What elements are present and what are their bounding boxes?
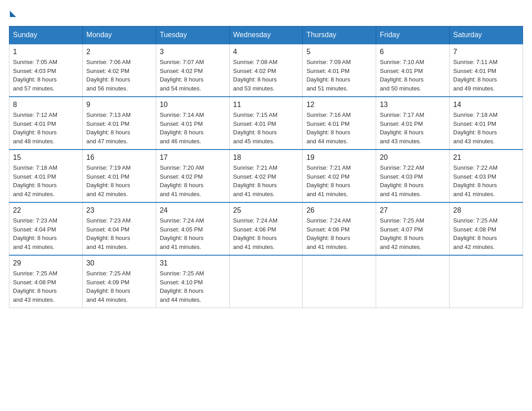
day-info: Sunrise: 7:17 AM Sunset: 4:01 PM Dayligh… bbox=[380, 111, 446, 146]
calendar-cell bbox=[450, 255, 523, 308]
page-header bbox=[9, 9, 523, 17]
day-number: 22 bbox=[13, 206, 79, 214]
day-info: Sunrise: 7:23 AM Sunset: 4:04 PM Dayligh… bbox=[13, 216, 79, 251]
logo bbox=[9, 9, 16, 17]
calendar-cell: 25 Sunrise: 7:24 AM Sunset: 4:06 PM Dayl… bbox=[229, 202, 303, 255]
calendar-cell: 16 Sunrise: 7:19 AM Sunset: 4:01 PM Dayl… bbox=[82, 150, 156, 202]
day-number: 2 bbox=[86, 48, 152, 56]
day-info: Sunrise: 7:08 AM Sunset: 4:02 PM Dayligh… bbox=[233, 58, 299, 93]
day-info: Sunrise: 7:18 AM Sunset: 4:01 PM Dayligh… bbox=[13, 163, 79, 198]
day-info: Sunrise: 7:25 AM Sunset: 4:08 PM Dayligh… bbox=[453, 216, 519, 251]
day-number: 21 bbox=[453, 154, 519, 162]
day-number: 31 bbox=[160, 259, 226, 267]
calendar-cell: 4 Sunrise: 7:08 AM Sunset: 4:02 PM Dayli… bbox=[229, 44, 303, 97]
calendar-cell: 29 Sunrise: 7:25 AM Sunset: 4:08 PM Dayl… bbox=[9, 255, 83, 308]
day-number: 14 bbox=[453, 101, 519, 109]
calendar-cell: 14 Sunrise: 7:18 AM Sunset: 4:01 PM Dayl… bbox=[450, 97, 523, 150]
calendar-cell: 24 Sunrise: 7:24 AM Sunset: 4:05 PM Dayl… bbox=[156, 202, 229, 255]
day-number: 24 bbox=[160, 206, 226, 214]
day-number: 10 bbox=[160, 101, 226, 109]
calendar-cell: 20 Sunrise: 7:22 AM Sunset: 4:03 PM Dayl… bbox=[376, 150, 450, 202]
day-info: Sunrise: 7:25 AM Sunset: 4:07 PM Dayligh… bbox=[380, 216, 446, 251]
day-info: Sunrise: 7:24 AM Sunset: 4:06 PM Dayligh… bbox=[233, 216, 299, 251]
day-number: 27 bbox=[380, 206, 446, 214]
calendar-cell: 27 Sunrise: 7:25 AM Sunset: 4:07 PM Dayl… bbox=[376, 202, 450, 255]
day-number: 25 bbox=[233, 206, 299, 214]
day-info: Sunrise: 7:14 AM Sunset: 4:01 PM Dayligh… bbox=[160, 111, 226, 146]
day-info: Sunrise: 7:07 AM Sunset: 4:02 PM Dayligh… bbox=[160, 58, 226, 93]
weekday-header-monday: Monday bbox=[82, 26, 156, 44]
calendar-cell: 19 Sunrise: 7:21 AM Sunset: 4:02 PM Dayl… bbox=[303, 150, 376, 202]
day-info: Sunrise: 7:06 AM Sunset: 4:02 PM Dayligh… bbox=[86, 58, 152, 93]
calendar-cell bbox=[376, 255, 450, 308]
day-number: 16 bbox=[86, 154, 152, 162]
day-number: 30 bbox=[86, 259, 152, 267]
calendar-cell: 2 Sunrise: 7:06 AM Sunset: 4:02 PM Dayli… bbox=[82, 44, 156, 97]
weekday-header-friday: Friday bbox=[376, 26, 450, 44]
calendar-cell: 21 Sunrise: 7:22 AM Sunset: 4:03 PM Dayl… bbox=[450, 150, 523, 202]
day-number: 15 bbox=[13, 154, 79, 162]
day-number: 19 bbox=[306, 154, 372, 162]
day-info: Sunrise: 7:25 AM Sunset: 4:09 PM Dayligh… bbox=[86, 269, 152, 304]
day-number: 13 bbox=[380, 101, 446, 109]
calendar-cell: 5 Sunrise: 7:09 AM Sunset: 4:01 PM Dayli… bbox=[303, 44, 376, 97]
day-number: 17 bbox=[160, 154, 226, 162]
day-number: 23 bbox=[86, 206, 152, 214]
calendar-cell bbox=[303, 255, 376, 308]
calendar-cell: 1 Sunrise: 7:05 AM Sunset: 4:03 PM Dayli… bbox=[9, 44, 83, 97]
day-info: Sunrise: 7:12 AM Sunset: 4:01 PM Dayligh… bbox=[13, 111, 79, 146]
calendar-cell: 6 Sunrise: 7:10 AM Sunset: 4:01 PM Dayli… bbox=[376, 44, 450, 97]
week-row-1: 1 Sunrise: 7:05 AM Sunset: 4:03 PM Dayli… bbox=[9, 44, 523, 97]
calendar-cell: 7 Sunrise: 7:11 AM Sunset: 4:01 PM Dayli… bbox=[450, 44, 523, 97]
day-info: Sunrise: 7:20 AM Sunset: 4:02 PM Dayligh… bbox=[160, 163, 226, 198]
day-number: 8 bbox=[13, 101, 79, 109]
logo-triangle-icon bbox=[10, 11, 16, 17]
day-number: 9 bbox=[86, 101, 152, 109]
day-number: 1 bbox=[13, 48, 79, 56]
day-info: Sunrise: 7:25 AM Sunset: 4:08 PM Dayligh… bbox=[13, 269, 79, 304]
day-number: 26 bbox=[306, 206, 372, 214]
week-row-5: 29 Sunrise: 7:25 AM Sunset: 4:08 PM Dayl… bbox=[9, 255, 523, 308]
weekday-header-row: SundayMondayTuesdayWednesdayThursdayFrid… bbox=[9, 26, 523, 44]
week-row-4: 22 Sunrise: 7:23 AM Sunset: 4:04 PM Dayl… bbox=[9, 202, 523, 255]
week-row-3: 15 Sunrise: 7:18 AM Sunset: 4:01 PM Dayl… bbox=[9, 150, 523, 202]
calendar-cell: 11 Sunrise: 7:15 AM Sunset: 4:01 PM Dayl… bbox=[229, 97, 303, 150]
day-info: Sunrise: 7:22 AM Sunset: 4:03 PM Dayligh… bbox=[453, 163, 519, 198]
day-number: 11 bbox=[233, 101, 299, 109]
day-info: Sunrise: 7:18 AM Sunset: 4:01 PM Dayligh… bbox=[453, 111, 519, 146]
day-number: 7 bbox=[453, 48, 519, 56]
day-info: Sunrise: 7:11 AM Sunset: 4:01 PM Dayligh… bbox=[453, 58, 519, 93]
calendar-cell: 3 Sunrise: 7:07 AM Sunset: 4:02 PM Dayli… bbox=[156, 44, 229, 97]
day-info: Sunrise: 7:25 AM Sunset: 4:10 PM Dayligh… bbox=[160, 269, 226, 304]
day-info: Sunrise: 7:21 AM Sunset: 4:02 PM Dayligh… bbox=[233, 163, 299, 198]
calendar-cell: 10 Sunrise: 7:14 AM Sunset: 4:01 PM Dayl… bbox=[156, 97, 229, 150]
calendar-cell: 15 Sunrise: 7:18 AM Sunset: 4:01 PM Dayl… bbox=[9, 150, 83, 202]
calendar-cell: 9 Sunrise: 7:13 AM Sunset: 4:01 PM Dayli… bbox=[82, 97, 156, 150]
day-info: Sunrise: 7:13 AM Sunset: 4:01 PM Dayligh… bbox=[86, 111, 152, 146]
day-number: 4 bbox=[233, 48, 299, 56]
day-info: Sunrise: 7:22 AM Sunset: 4:03 PM Dayligh… bbox=[380, 163, 446, 198]
calendar-cell bbox=[229, 255, 303, 308]
calendar-cell: 30 Sunrise: 7:25 AM Sunset: 4:09 PM Dayl… bbox=[82, 255, 156, 308]
day-number: 29 bbox=[13, 259, 79, 267]
week-row-2: 8 Sunrise: 7:12 AM Sunset: 4:01 PM Dayli… bbox=[9, 97, 523, 150]
day-info: Sunrise: 7:05 AM Sunset: 4:03 PM Dayligh… bbox=[13, 58, 79, 93]
calendar-cell: 12 Sunrise: 7:16 AM Sunset: 4:01 PM Dayl… bbox=[303, 97, 376, 150]
day-info: Sunrise: 7:23 AM Sunset: 4:04 PM Dayligh… bbox=[86, 216, 152, 251]
day-info: Sunrise: 7:24 AM Sunset: 4:06 PM Dayligh… bbox=[306, 216, 372, 251]
day-number: 20 bbox=[380, 154, 446, 162]
weekday-header-sunday: Sunday bbox=[9, 26, 83, 44]
calendar-cell: 28 Sunrise: 7:25 AM Sunset: 4:08 PM Dayl… bbox=[450, 202, 523, 255]
day-number: 5 bbox=[306, 48, 372, 56]
calendar-cell: 13 Sunrise: 7:17 AM Sunset: 4:01 PM Dayl… bbox=[376, 97, 450, 150]
calendar-cell: 26 Sunrise: 7:24 AM Sunset: 4:06 PM Dayl… bbox=[303, 202, 376, 255]
day-info: Sunrise: 7:15 AM Sunset: 4:01 PM Dayligh… bbox=[233, 111, 299, 146]
calendar-cell: 17 Sunrise: 7:20 AM Sunset: 4:02 PM Dayl… bbox=[156, 150, 229, 202]
weekday-header-tuesday: Tuesday bbox=[156, 26, 229, 44]
calendar-cell: 23 Sunrise: 7:23 AM Sunset: 4:04 PM Dayl… bbox=[82, 202, 156, 255]
day-number: 18 bbox=[233, 154, 299, 162]
day-info: Sunrise: 7:16 AM Sunset: 4:01 PM Dayligh… bbox=[306, 111, 372, 146]
calendar-cell: 8 Sunrise: 7:12 AM Sunset: 4:01 PM Dayli… bbox=[9, 97, 83, 150]
calendar-cell: 22 Sunrise: 7:23 AM Sunset: 4:04 PM Dayl… bbox=[9, 202, 83, 255]
day-number: 28 bbox=[453, 206, 519, 214]
